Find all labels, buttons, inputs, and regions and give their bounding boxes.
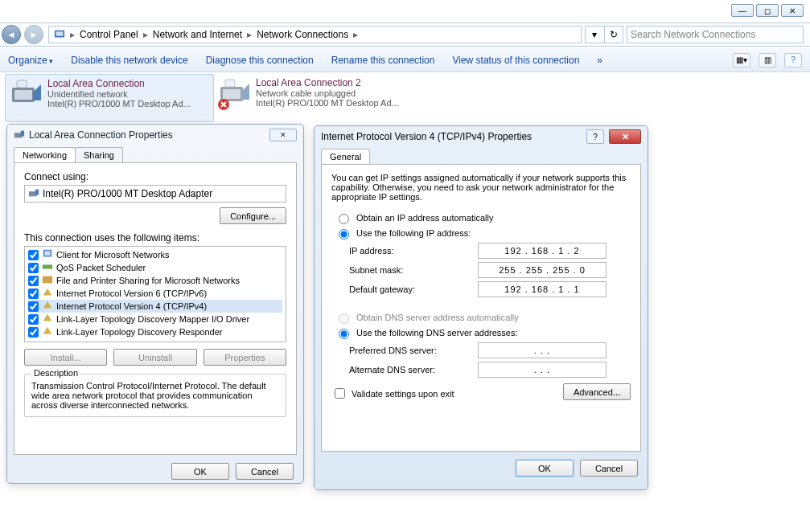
radio-input[interactable] bbox=[339, 229, 349, 239]
client-icon bbox=[42, 248, 53, 261]
service-icon bbox=[42, 274, 53, 287]
organize-menu[interactable]: Organize bbox=[8, 55, 53, 66]
breadcrumb[interactable]: ▸ Control Panel▸ Network and Internet▸ N… bbox=[48, 26, 582, 43]
field-label: IP address: bbox=[349, 246, 478, 256]
connection-adapter: Intel(R) PRO/1000 MT Desktop Ad... bbox=[47, 99, 191, 108]
item-checkbox[interactable] bbox=[28, 301, 39, 312]
svg-rect-7 bbox=[225, 80, 235, 87]
breadcrumb-part[interactable]: Network Connections bbox=[257, 29, 348, 40]
list-item[interactable]: File and Printer Sharing for Microsoft N… bbox=[28, 274, 282, 287]
intro-text: You can get IP settings assigned automat… bbox=[331, 173, 631, 202]
maximize-button[interactable]: ◻ bbox=[756, 4, 779, 17]
dialog-close-button[interactable]: ✕ bbox=[269, 129, 297, 141]
checkbox-label: Validate settings upon exit bbox=[352, 389, 454, 399]
radio-label: Use the following DNS server addresses: bbox=[356, 328, 518, 338]
help-icon[interactable]: ? bbox=[784, 53, 802, 68]
nav-back-button[interactable]: ◄ bbox=[2, 25, 21, 44]
list-item[interactable]: Internet Protocol Version 4 (TCP/IPv4) bbox=[28, 300, 282, 313]
item-checkbox[interactable] bbox=[28, 327, 39, 338]
adapter-field[interactable]: Intel(R) PRO/1000 MT Desktop Adapter bbox=[24, 185, 286, 203]
tab-body: You can get IP settings assigned automat… bbox=[321, 164, 641, 452]
dialog-close-button[interactable]: ✕ bbox=[609, 129, 641, 144]
radio-label: Obtain an IP address automatically bbox=[356, 213, 493, 223]
tab-sharing[interactable]: Sharing bbox=[75, 147, 123, 162]
uninstall-button[interactable]: Uninstall bbox=[113, 349, 196, 366]
list-item[interactable]: Internet Protocol Version 6 (TCP/IPv6) bbox=[28, 287, 282, 300]
cancel-button[interactable]: Cancel bbox=[580, 460, 638, 477]
item-checkbox[interactable] bbox=[28, 314, 39, 325]
command-bar: Organize Disable this network device Dia… bbox=[0, 48, 810, 72]
protocol-icon bbox=[42, 287, 53, 300]
radio-obtain-ip-auto[interactable]: Obtain an IP address automatically bbox=[335, 211, 631, 224]
connection-title: Local Area Connection bbox=[47, 78, 191, 89]
nav-forward-button[interactable]: ► bbox=[24, 25, 43, 44]
dialog-titlebar[interactable]: Local Area Connection Properties ✕ bbox=[7, 125, 303, 145]
radio-use-following-dns[interactable]: Use the following DNS server addresses: bbox=[335, 326, 631, 339]
item-label: Link-Layer Topology Discovery Mapper I/O… bbox=[56, 314, 249, 324]
radio-label: Use the following IP address: bbox=[356, 228, 471, 238]
dialog-title: Local Area Connection Properties bbox=[29, 129, 173, 141]
preferred-dns-input[interactable]: . . . bbox=[478, 342, 606, 358]
search-input[interactable]: Search Network Connections bbox=[627, 26, 804, 43]
svg-rect-15 bbox=[43, 264, 52, 268]
ok-button[interactable]: OK bbox=[516, 460, 574, 477]
cancel-button[interactable]: Cancel bbox=[236, 463, 294, 480]
item-label: Internet Protocol Version 6 (TCP/IPv6) bbox=[56, 289, 207, 298]
properties-button[interactable]: Properties bbox=[204, 349, 286, 366]
item-checkbox[interactable] bbox=[28, 276, 39, 286]
tab-strip: General bbox=[315, 149, 648, 164]
field-label: Alternate DNS server: bbox=[349, 365, 478, 374]
breadcrumb-part[interactable]: Network and Internet bbox=[153, 29, 242, 40]
protocol-list[interactable]: Client for Microsoft Networks QoS Packet… bbox=[24, 246, 286, 342]
connection-adapter: Intel(R) PRO/1000 MT Desktop Ad... bbox=[256, 98, 399, 108]
connection-item[interactable]: Local Area Connection Unidentified netwo… bbox=[5, 74, 214, 122]
item-checkbox[interactable] bbox=[28, 250, 39, 260]
protocol-icon bbox=[42, 325, 53, 338]
list-item[interactable]: Link-Layer Topology Discovery Responder bbox=[28, 325, 282, 338]
tab-general[interactable]: General bbox=[321, 149, 370, 164]
item-checkbox[interactable] bbox=[28, 289, 39, 299]
description-text: Transmission Control Protocol/Internet P… bbox=[31, 381, 279, 410]
list-item[interactable]: QoS Packet Scheduler bbox=[28, 261, 282, 274]
preview-pane-icon[interactable]: ▥ bbox=[759, 53, 776, 68]
default-gateway-input[interactable]: 192 . 168 . 1 . 1 bbox=[478, 281, 606, 297]
breadcrumb-part[interactable]: Control Panel bbox=[80, 29, 138, 40]
alternate-dns-input[interactable]: . . . bbox=[478, 362, 606, 378]
view-status-button[interactable]: View status of this connection bbox=[452, 55, 579, 66]
connection-title: Local Area Connection 2 bbox=[256, 77, 399, 88]
configure-button[interactable]: Configure... bbox=[220, 207, 286, 224]
install-button[interactable]: Install... bbox=[24, 349, 107, 366]
ip-address-row: IP address: 192 . 168 . 1 . 2 bbox=[349, 243, 631, 259]
svg-rect-14 bbox=[45, 252, 51, 256]
validate-checkbox[interactable] bbox=[335, 388, 345, 399]
chevron-down-icon[interactable]: ▾ bbox=[586, 27, 605, 43]
radio-use-following-ip[interactable]: Use the following IP address: bbox=[335, 227, 631, 239]
ip-address-input[interactable]: 192 . 168 . 1 . 2 bbox=[478, 243, 606, 259]
item-checkbox[interactable] bbox=[28, 263, 39, 273]
subnet-mask-input[interactable]: 255 . 255 . 255 . 0 bbox=[478, 262, 606, 278]
disable-device-button[interactable]: Disable this network device bbox=[71, 55, 187, 66]
rename-button[interactable]: Rename this connection bbox=[331, 55, 435, 66]
more-commands[interactable]: » bbox=[597, 55, 602, 66]
list-item[interactable]: Client for Microsoft Networks bbox=[28, 248, 282, 261]
radio-label: Obtain DNS server address automatically bbox=[356, 313, 519, 322]
connection-item[interactable]: Local Area Connection 2 Network cable un… bbox=[214, 74, 423, 122]
advanced-button[interactable]: Advanced... bbox=[563, 383, 631, 400]
item-label: Client for Microsoft Networks bbox=[56, 250, 170, 260]
refresh-icon[interactable]: ↻ bbox=[605, 27, 623, 43]
dialog-titlebar[interactable]: Internet Protocol Version 4 (TCP/IPv4) P… bbox=[315, 126, 648, 147]
minimize-button[interactable]: — bbox=[731, 4, 754, 17]
address-bar: ◄ ► ▸ Control Panel▸ Network and Interne… bbox=[0, 23, 810, 47]
view-options-icon[interactable]: ▦▾ bbox=[733, 53, 750, 68]
close-button[interactable]: ✕ bbox=[781, 4, 804, 17]
preferred-dns-row: Preferred DNS server: . . . bbox=[349, 342, 631, 358]
help-button[interactable]: ? bbox=[586, 129, 604, 144]
tab-networking[interactable]: Networking bbox=[14, 147, 76, 162]
diagnose-button[interactable]: Diagnose this connection bbox=[206, 55, 314, 66]
list-item[interactable]: Link-Layer Topology Discovery Mapper I/O… bbox=[28, 313, 282, 325]
radio-input[interactable] bbox=[339, 214, 349, 224]
ok-button[interactable]: OK bbox=[171, 463, 229, 480]
breadcrumb-dropdown[interactable]: ▾ ↻ bbox=[585, 26, 623, 43]
radio-input[interactable] bbox=[339, 329, 349, 339]
item-label: Internet Protocol Version 4 (TCP/IPv4) bbox=[56, 301, 207, 311]
